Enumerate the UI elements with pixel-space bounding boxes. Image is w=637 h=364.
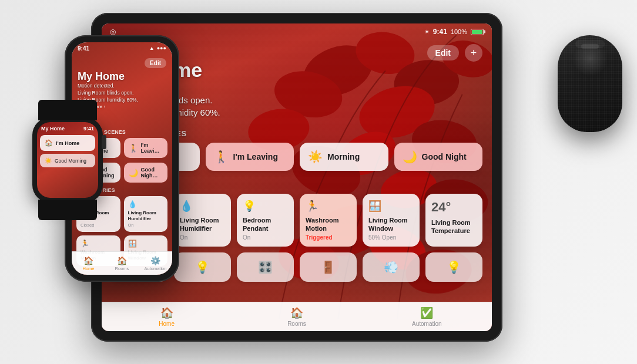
- acc-pendant-name: Bedroom Pendant: [243, 216, 288, 233]
- ipad-acc-window[interactable]: 🪟 Living Room Window 50% Open: [363, 194, 420, 247]
- watch-time: 9:41: [83, 126, 94, 132]
- iphone-leaving-icon: 🚶: [129, 144, 138, 153]
- watch-header: My Home 9:41: [37, 122, 98, 135]
- ipad-scene-leaving[interactable]: 🚶 I'm Leaving: [206, 143, 294, 171]
- acc-humid-icon: 💧: [180, 200, 225, 213]
- ipad-tab-home-icon: 🏠: [160, 306, 173, 319]
- iphone-night-label: Good Nigh…: [141, 167, 163, 178]
- ipad-tab-auto-label: Automation: [412, 321, 442, 327]
- iphone-time: 9:41: [78, 45, 89, 52]
- watch-home-label: I'm Home: [56, 140, 79, 146]
- watch-strap-bottom: [38, 200, 97, 220]
- watch-crown: [102, 135, 106, 149]
- watch-scene-morning[interactable]: ☀️ Good Morning: [40, 154, 95, 167]
- iphone-scene-night[interactable]: 🌙 Good Nigh…: [124, 163, 168, 183]
- ipad-acc-sm-6[interactable]: 💡: [425, 252, 482, 282]
- apple-watch: My Home 9:41 🏠 I'm Home ☀️ Good Morning: [32, 117, 103, 203]
- ipad-status-right: ✴ 9:41 100%: [424, 28, 484, 36]
- ipad-tab-rooms-icon: 🏠: [290, 306, 303, 319]
- ipad-time: 9:41: [433, 28, 447, 36]
- ipad-acc-humidifier[interactable]: 💧 Living Room Humidifier On: [174, 194, 231, 247]
- iphone-humid-icon: 💧: [128, 200, 164, 208]
- iphone-tab-rooms[interactable]: 🏠 Rooms: [105, 256, 139, 271]
- acc-motion-status: Triggered: [306, 234, 351, 241]
- ipad-scene-night[interactable]: 🌙 Good Night: [394, 143, 483, 171]
- battery-icon: [471, 29, 484, 35]
- iphone-tab-auto[interactable]: ⚙️ Automation: [139, 256, 172, 271]
- iphone-motion-icon: 🏃: [81, 240, 116, 248]
- acc-sm-4-icon: 🚪: [321, 260, 336, 274]
- iphone-acc-humidifier[interactable]: 💧 Living Room Humidifier On: [124, 196, 168, 232]
- acc-temp-name: Living Room Temperature: [431, 218, 477, 235]
- acc-sm-2-icon: 💡: [195, 260, 210, 274]
- acc-humid-status: On: [180, 234, 225, 241]
- ipad-acc-temp[interactable]: 24° Living Room Temperature: [425, 194, 482, 247]
- watch-strap-top: [38, 100, 97, 120]
- iphone-scene-leaving[interactable]: 🚶 I'm Leavi…: [124, 138, 168, 158]
- ipad-acc-sm-3[interactable]: 🎛️: [237, 252, 294, 282]
- ipad-tab-home[interactable]: 🏠 Home: [102, 306, 232, 327]
- watch-home-icon: 🏠: [45, 139, 53, 147]
- acc-window-status: 50% Open: [368, 234, 414, 241]
- iphone-humid-name: Living Room Humidifier: [128, 210, 164, 223]
- iphone-tab-rooms-label: Rooms: [115, 266, 129, 271]
- acc-sm-5-icon: 💨: [384, 260, 398, 274]
- ipad-edit-button[interactable]: Edit: [427, 45, 459, 60]
- iphone-status2: Living Room blinds open.: [78, 90, 138, 97]
- acc-motion-icon: 🏃: [306, 200, 351, 213]
- iphone-tab-auto-icon: ⚙️: [150, 256, 160, 265]
- ipad-tab-auto-icon: ✅: [420, 306, 433, 319]
- iphone-night-icon: 🌙: [129, 168, 138, 177]
- watch-scene-home[interactable]: 🏠 I'm Home: [40, 135, 95, 151]
- ipad-status-left: ◎: [110, 28, 116, 36]
- ipad-acc-pendant[interactable]: 💡 Bedroom Pendant On: [237, 194, 294, 247]
- iphone-tab-home[interactable]: 🏠 Home: [72, 256, 105, 271]
- acc-humid-name: Living Room Humidifier: [180, 216, 225, 233]
- scene-morning-label: Morning: [327, 152, 360, 161]
- iphone-edit-button[interactable]: Edit: [145, 58, 166, 68]
- iphone-tab-rooms-icon: 🏠: [117, 256, 127, 265]
- iphone-window-icon: 🪟: [128, 240, 164, 248]
- location-icon: ◎: [110, 28, 116, 36]
- watch-content: 🏠 I'm Home ☀️ Good Morning: [40, 135, 95, 195]
- acc-window-icon: 🪟: [368, 200, 414, 213]
- homepod-body: [558, 35, 622, 132]
- iphone-status-icons: ▲ ●●●: [149, 45, 166, 51]
- iphone-tab-auto-label: Automation: [145, 266, 167, 271]
- acc-motion-name: Washroom Motion: [306, 216, 351, 233]
- battery-fill: [472, 30, 482, 34]
- ipad-acc-sm-2[interactable]: 💡: [174, 252, 231, 282]
- scene-night-icon: 🌙: [403, 150, 417, 164]
- wifi-icon: ▲: [149, 45, 155, 51]
- ipad-acc-sm-5[interactable]: 💨: [363, 252, 420, 282]
- ipad-tab-auto[interactable]: ✅ Automation: [362, 306, 492, 327]
- watch-morning-label: Good Morning: [55, 158, 86, 164]
- ipad-tab-rooms-label: Rooms: [287, 321, 306, 327]
- scene-morning-icon: ☀️: [308, 150, 323, 164]
- acc-pendant-icon: 💡: [243, 200, 288, 213]
- battery-pct-label: 100%: [451, 28, 467, 35]
- ipad-tab-bar: 🏠 Home 🏠 Rooms ✅ Automation: [102, 302, 492, 331]
- iphone-status-bar: 9:41 ▲ ●●●: [72, 42, 172, 54]
- iphone-status1: Motion detected.: [78, 83, 138, 90]
- iphone-humid-status: On: [128, 223, 164, 228]
- ipad-add-button[interactable]: +: [465, 44, 482, 62]
- homepod: [552, 35, 628, 153]
- iphone-tab-bar: 🏠 Home 🏠 Rooms ⚙️ Automation: [72, 251, 172, 275]
- watch-screen: My Home 9:41 🏠 I'm Home ☀️ Good Morning: [37, 122, 98, 198]
- iphone-door-status: Closed: [81, 223, 116, 228]
- watch-home-name: My Home: [41, 126, 65, 132]
- ipad-acc-sm-4[interactable]: 🚪: [300, 252, 357, 282]
- scene-leaving-icon: 🚶: [214, 150, 229, 164]
- ipad-scene-morning[interactable]: ☀️ Morning: [300, 143, 388, 171]
- acc-sm-3-icon: 🎛️: [258, 260, 273, 274]
- iphone-toolbar: Edit: [72, 54, 172, 72]
- iphone-title: My Home: [78, 70, 138, 83]
- ipad-tab-home-label: Home: [159, 321, 175, 327]
- homepod-button[interactable]: [581, 44, 599, 49]
- ipad-tab-rooms[interactable]: 🏠 Rooms: [232, 306, 361, 327]
- scene-night-label: Good Night: [422, 152, 467, 161]
- scene-container: My Home 9:41 🏠 I'm Home ☀️ Good Morning …: [0, 0, 637, 364]
- ipad-acc-motion[interactable]: 🏃 Washroom Motion Triggered: [300, 194, 357, 247]
- acc-pendant-status: On: [243, 234, 288, 241]
